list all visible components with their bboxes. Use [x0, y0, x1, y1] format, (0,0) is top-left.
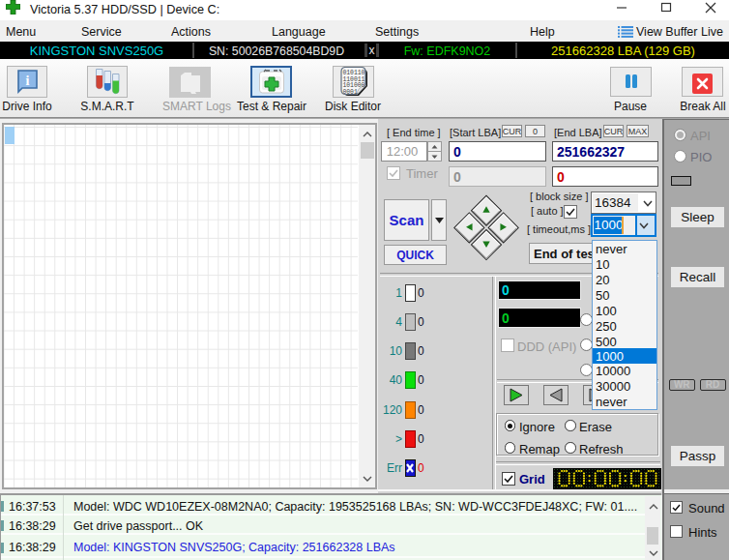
- svg-text:i: i: [26, 74, 30, 88]
- svg-text:0001: 0001: [342, 89, 358, 96]
